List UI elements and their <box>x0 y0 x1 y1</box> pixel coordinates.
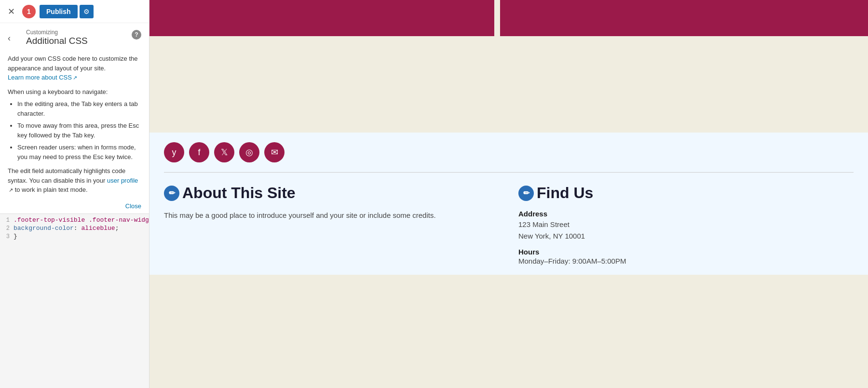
close-link-area: Close <box>0 201 149 214</box>
line-content: } <box>14 233 149 240</box>
close-link[interactable]: Close <box>125 202 141 210</box>
find-us-title: ✏ Find Us <box>518 184 854 202</box>
preview-top-banners <box>149 0 868 36</box>
keyboard-bullets: In the editing area, the Tab key enters … <box>8 99 141 161</box>
editor-lines: 1 .footer-top-visible .footer-nav-widget… <box>0 214 149 242</box>
facebook-icon[interactable]: f <box>189 142 209 162</box>
editor-line-3: 3 } <box>0 232 149 241</box>
description-text: Add your own CSS code here to customize … <box>8 54 141 73</box>
line-content: background-color: aliceblue; <box>14 225 149 232</box>
about-column: ✏ About This Site This may be a good pla… <box>164 184 499 265</box>
preview-cream-area <box>149 36 868 133</box>
line-number: 2 <box>0 225 14 232</box>
editor-cursor-area[interactable] <box>0 242 149 291</box>
close-button[interactable]: ✕ <box>4 4 18 19</box>
sidebar: ✕ 1 Publish ⚙ ‹ Customizing Additional C… <box>0 0 149 388</box>
page-title: Additional CSS <box>26 36 88 46</box>
editor-line-2: 2 background-color: aliceblue; <box>0 224 149 232</box>
learn-css-link[interactable]: Learn more about CSS <box>8 74 77 81</box>
banner-left <box>149 0 494 36</box>
publish-button[interactable]: Publish <box>40 5 78 18</box>
line-content: .footer-top-visible .footer-nav-widgets-… <box>14 216 149 224</box>
address-text: 123 Main Street New York, NY 10001 <box>518 219 854 242</box>
yelp-icon[interactable]: y <box>164 142 184 162</box>
keyboard-heading: When using a keyboard to navigate: <box>8 87 141 97</box>
customizing-header: ‹ Customizing Additional CSS ? <box>0 23 149 48</box>
gear-button[interactable]: ⚙ <box>80 5 94 18</box>
edit-field-note: The edit field automatically highlights … <box>8 166 141 195</box>
line-number: 3 <box>0 233 14 240</box>
social-icons-row: y f 𝕏 ◎ ✉ <box>164 142 854 162</box>
pencil-icon-2: ✏ <box>518 186 534 201</box>
address-label: Address <box>518 210 854 218</box>
find-us-column: ✏ Find Us Address 123 Main Street New Yo… <box>518 184 854 265</box>
css-editor[interactable]: 1 .footer-top-visible .footer-nav-widget… <box>0 214 149 388</box>
help-icon[interactable]: ? <box>132 30 141 40</box>
info-area: Add your own CSS code here to customize … <box>0 48 149 201</box>
pencil-icon: ✏ <box>164 186 179 201</box>
notification-badge[interactable]: 1 <box>22 5 36 18</box>
back-button[interactable]: ‹ <box>8 33 11 43</box>
customizing-inner: ‹ Customizing Additional CSS <box>8 29 132 46</box>
list-item: Screen reader users: when in forms mode,… <box>17 143 141 161</box>
banner-right <box>500 0 868 36</box>
hours-label: Hours <box>518 248 854 256</box>
email-icon[interactable]: ✉ <box>264 142 285 162</box>
preview-footer: y f 𝕏 ◎ ✉ ✏ About This Site This may be … <box>149 133 868 275</box>
about-body-text: This may be a good place to introduce yo… <box>164 210 499 221</box>
user-profile-link[interactable]: user profile <box>107 177 138 184</box>
top-bar: ✕ 1 Publish ⚙ <box>0 0 149 23</box>
instagram-icon[interactable]: ◎ <box>239 142 259 162</box>
list-item: To move away from this area, press the E… <box>17 121 141 140</box>
customizing-label: Customizing <box>26 29 88 36</box>
editor-line-1: 1 .footer-top-visible .footer-nav-widget… <box>0 216 149 224</box>
hours-text: Monday–Friday: 9:00AM–5:00PM <box>518 257 854 265</box>
preview-pane: y f 𝕏 ◎ ✉ ✏ About This Site This may be … <box>149 0 868 388</box>
about-title: ✏ About This Site <box>164 184 499 202</box>
twitter-icon[interactable]: 𝕏 <box>214 142 234 162</box>
line-number: 1 <box>0 216 14 224</box>
footer-columns: ✏ About This Site This may be a good pla… <box>164 184 854 265</box>
divider <box>164 172 854 173</box>
keyboard-section: When using a keyboard to navigate: In th… <box>8 87 141 162</box>
list-item: In the editing area, the Tab key enters … <box>17 99 141 118</box>
